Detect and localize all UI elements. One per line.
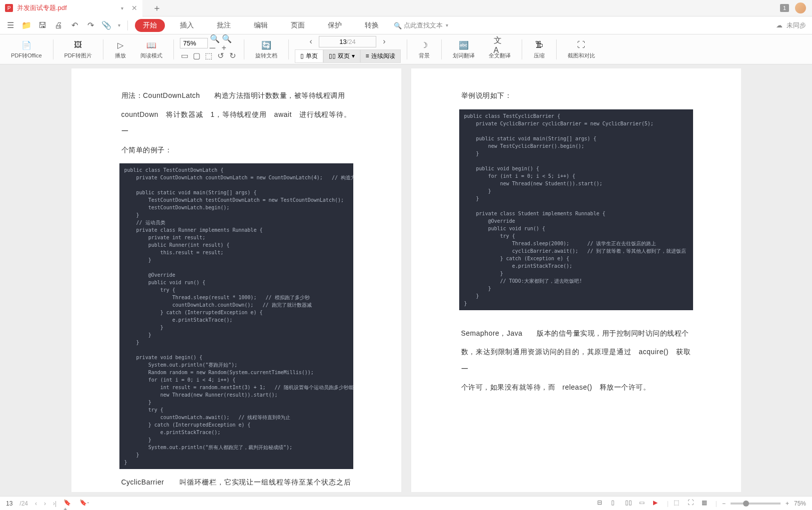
zoom-plus-button[interactable]: +	[786, 500, 789, 507]
print-icon[interactable]: 🖨	[54, 21, 63, 30]
menu-convert[interactable]: 转换	[357, 19, 387, 32]
chevron-down-icon[interactable]: ▾	[446, 22, 448, 28]
next-page-button[interactable]: ›	[44, 500, 46, 507]
next-page-icon[interactable]: ›	[379, 36, 389, 46]
separator	[522, 39, 522, 59]
pdf-to-office-button[interactable]: 📄 PDF转Office	[6, 39, 47, 59]
tab-title: 并发面试专题.pdf	[17, 3, 67, 12]
zoom-out-icon[interactable]: 🔍─	[210, 38, 220, 48]
redo-icon[interactable]: ↷	[86, 21, 95, 30]
fullscreen-icon[interactable]: ⛶	[688, 499, 697, 508]
bookmark-add-icon[interactable]: 🔖+	[63, 499, 72, 508]
presentation-icon[interactable]: ▶	[653, 499, 662, 508]
bookmark-remove-icon[interactable]: 🔖-	[79, 499, 88, 508]
add-tab-button[interactable]: ＋	[152, 2, 161, 14]
document-area[interactable]: 用法：CountDownLatch 构造方法指明计数数量，被等待线程调用 cou…	[0, 64, 812, 496]
undo-icon[interactable]: ↶	[70, 21, 79, 30]
compress-icon: 🗜	[533, 39, 545, 51]
search-placeholder: 点此查找文本	[404, 21, 443, 30]
pdf-icon: P	[5, 4, 13, 12]
screenshot-button[interactable]: ⛶ 截图和对比	[563, 39, 600, 59]
prev-page-button[interactable]: ‹	[35, 500, 37, 507]
fit-icon[interactable]: ⬚	[674, 499, 683, 508]
text-line: 数，来达到限制通用资源访问的目的，其原理是通过 acquire() 获取一	[461, 344, 691, 377]
view-mode1-icon[interactable]: ▯	[611, 499, 620, 508]
menu-annotate[interactable]: 批注	[209, 19, 239, 32]
rotate-left-icon[interactable]: ↺	[216, 50, 226, 60]
menu-page[interactable]: 页面	[283, 19, 313, 32]
page-left: 用法：CountDownLatch 构造方法指明计数数量，被等待线程调用 cou…	[71, 68, 401, 492]
page-input[interactable]: 13/24	[319, 36, 376, 47]
close-icon[interactable]: ✕	[131, 4, 137, 12]
cloud-icon[interactable]: ☁	[776, 21, 783, 29]
zoom-value: 75%	[794, 500, 806, 507]
menu-icon[interactable]: ☰	[6, 21, 15, 30]
text-line: CyclicBarrier 叫循环栅栏，它实现让一组线程等待至某个状态之后再	[121, 474, 351, 492]
text-line: Semaphore，Java 版本的信号量实现，用于控制同时访问的线程个	[461, 325, 691, 342]
user-avatar[interactable]	[795, 2, 806, 13]
continuous-button[interactable]: ≡ 连续阅读	[360, 49, 401, 63]
translate-sel-icon: 🔤	[458, 39, 470, 51]
notification-badge[interactable]: 1	[780, 4, 789, 12]
word-icon: 📄	[20, 39, 32, 51]
tab-bar: P 并发面试专题.pdf ▾ ✕ ＋ 1	[0, 0, 812, 16]
search-box[interactable]: 🔍 点此查找文本 ▾	[394, 21, 448, 30]
prev-page-icon[interactable]: ‹	[306, 36, 316, 46]
zoom-minus-button[interactable]: −	[722, 500, 726, 507]
toolbar: 📄 PDF转Office 🖼 PDF转图片 ▷ 播放 📖 阅读模式 75% 🔍─…	[0, 34, 812, 64]
separator	[288, 39, 289, 59]
play-button[interactable]: ▷ 播放	[109, 39, 131, 59]
separator	[127, 20, 128, 30]
code-block: public class TestCountDownLatch { privat…	[119, 163, 353, 469]
separator	[103, 39, 103, 59]
text-line: 个许可，如果没有就等待，而 release() 释放一个许可。	[461, 379, 691, 396]
text-line: 个简单的例子：	[121, 142, 351, 159]
status-page-current: 13	[6, 500, 12, 507]
menu-bar: ☰ 📁 🖫 🖨 ↶ ↷ 📎 ▾ 开始 插入 批注 编辑 页面 保护 转换 🔍 点…	[0, 16, 812, 34]
zoom-select[interactable]: 75%	[180, 38, 208, 48]
thumbnail-icon[interactable]: ▦	[702, 499, 711, 508]
fit-page-icon[interactable]: ▢	[192, 50, 202, 60]
save-icon[interactable]: 🖫	[38, 21, 47, 30]
chevron-down-icon[interactable]: ▾	[118, 22, 120, 28]
background-button[interactable]: ☽ 背景	[413, 39, 435, 59]
menu-insert[interactable]: 插入	[172, 19, 202, 32]
tab-dropdown-icon[interactable]: ▾	[121, 5, 123, 11]
view-mode3-icon[interactable]: ▭	[639, 499, 648, 508]
document-tab[interactable]: P 并发面试专题.pdf ▾ ✕	[0, 0, 142, 16]
read-mode-button[interactable]: 📖 阅读模式	[135, 39, 167, 59]
rotate-doc-button[interactable]: 🔄 旋转文档	[250, 39, 282, 59]
view-mode2-icon[interactable]: ▯▯	[625, 499, 634, 508]
separator	[407, 39, 407, 59]
separator	[244, 39, 244, 59]
pdf-to-image-button[interactable]: 🖼 PDF转图片	[59, 39, 97, 59]
folder-icon[interactable]: 📁	[22, 21, 31, 30]
screenshot-icon: ⛶	[575, 39, 587, 51]
play-icon: ▷	[114, 39, 126, 51]
actual-size-icon[interactable]: ⬚	[204, 50, 214, 60]
menu-edit[interactable]: 编辑	[246, 19, 276, 32]
separator	[556, 39, 557, 59]
status-page-total: /24	[19, 500, 28, 507]
search-icon: 🔍	[394, 22, 401, 29]
translate-selection-button[interactable]: 🔤 划词翻译	[448, 39, 480, 59]
double-page-button[interactable]: ▯▯ 双页 ▾	[323, 49, 360, 63]
fit-width-icon[interactable]: ▭	[180, 50, 190, 60]
separator	[441, 39, 442, 59]
translate-full-button[interactable]: 文A 全文翻译	[484, 39, 516, 59]
single-page-button[interactable]: ▯ 单页	[295, 49, 323, 63]
separator	[53, 39, 53, 59]
moon-icon: ☽	[418, 39, 430, 51]
text-line: 用法：CountDownLatch 构造方法指明计数数量，被等待线程调用	[121, 87, 351, 104]
sync-status[interactable]: 未同步	[787, 21, 806, 30]
stacked-splitter-icon[interactable]: ⊟	[597, 499, 606, 508]
attachment-icon[interactable]: 📎	[102, 21, 111, 30]
zoom-in-icon[interactable]: 🔍+	[222, 38, 232, 48]
menu-start[interactable]: 开始	[135, 19, 165, 32]
compress-button[interactable]: 🗜 压缩	[528, 39, 550, 59]
page-right: 举例说明如下： public class TestCyclicBarrier {…	[411, 68, 741, 492]
last-page-button[interactable]: ›|	[53, 500, 56, 507]
menu-protect[interactable]: 保护	[320, 19, 350, 32]
zoom-slider[interactable]	[731, 503, 781, 505]
rotate-right-icon[interactable]: ↻	[228, 50, 238, 60]
